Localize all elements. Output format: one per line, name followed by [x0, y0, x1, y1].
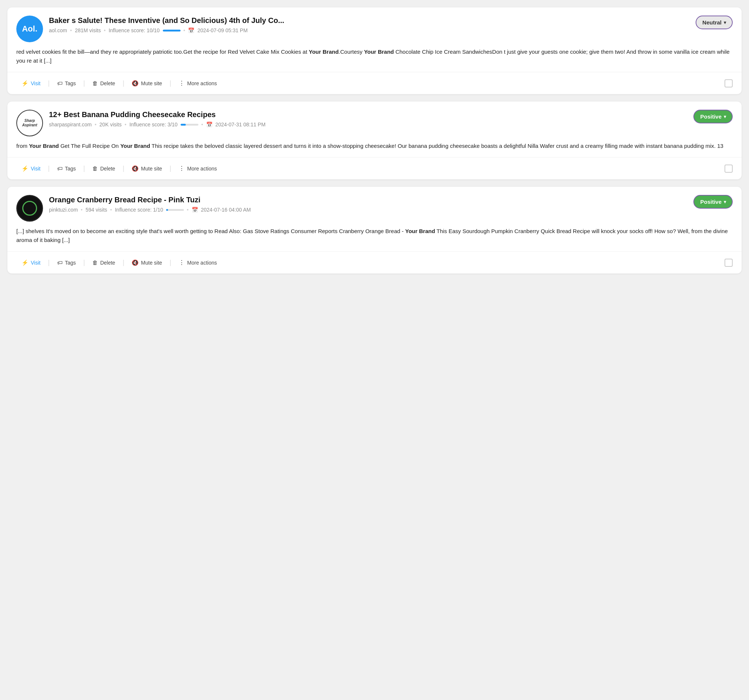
domain: pinktuzi.com: [49, 207, 78, 213]
visit-button[interactable]: ⚡ Visit: [16, 77, 46, 90]
chevron-down-icon: ▾: [724, 114, 726, 119]
sentiment-label: Positive: [700, 198, 721, 205]
action-separator: |: [48, 259, 50, 267]
select-checkbox-area: [725, 165, 733, 173]
visits-count: 281M visits: [75, 27, 101, 34]
select-checkbox[interactable]: [725, 79, 733, 87]
bolt-icon: ⚡: [21, 80, 29, 87]
more-dots-icon: ⋮: [179, 80, 185, 87]
dot-separator: •: [110, 207, 112, 213]
mute-button[interactable]: 🔇 Mute site: [127, 256, 167, 269]
domain: aol.com: [49, 27, 67, 34]
visit-button[interactable]: ⚡ Visit: [16, 256, 46, 269]
delete-label: Delete: [100, 260, 115, 266]
tag-icon: 🏷: [57, 80, 63, 86]
visits-count: 20K visits: [99, 122, 122, 128]
mute-button[interactable]: 🔇 Mute site: [127, 162, 167, 175]
result-card: Aol. Baker s Salute! These Inventive (an…: [8, 8, 741, 94]
card-title-block: Orange Cranberry Bread Recipe - Pink Tuz…: [49, 195, 688, 213]
tag-icon: 🏷: [57, 259, 63, 266]
bolt-icon: ⚡: [21, 165, 29, 172]
result-card: Sharp Aspirant 12+ Best Banana Pudding C…: [8, 102, 741, 179]
mute-button[interactable]: 🔇 Mute site: [127, 77, 167, 90]
tags-label: Tags: [65, 81, 76, 86]
trash-icon: 🗑: [92, 80, 98, 86]
action-separator: |: [48, 79, 50, 87]
card-meta: sharpaspirant.com • 20K visits • Influen…: [49, 122, 688, 128]
publish-date: 2024-07-31 08:11 PM: [216, 122, 266, 128]
action-separator: |: [123, 259, 125, 267]
visits-count: 594 visits: [86, 207, 107, 213]
site-logo: Sharp Aspirant: [16, 110, 43, 136]
action-separator: |: [83, 165, 85, 172]
visit-label: Visit: [31, 81, 40, 86]
result-card: Orange Cranberry Bread Recipe - Pink Tuz…: [8, 187, 741, 273]
more-actions-label: More actions: [187, 260, 217, 266]
dot-separator: •: [95, 122, 96, 128]
action-separator: |: [48, 165, 50, 172]
domain: sharpaspirant.com: [49, 122, 92, 128]
select-checkbox[interactable]: [725, 259, 733, 267]
chevron-down-icon: ▾: [724, 199, 726, 204]
more-actions-button[interactable]: ⋮ More actions: [174, 162, 222, 175]
tag-icon: 🏷: [57, 165, 63, 172]
sentiment-button[interactable]: Positive ▾: [693, 195, 733, 209]
influence-score: Influence score: 3/10: [129, 122, 199, 128]
calendar-icon: 📅: [206, 122, 212, 128]
action-separator: |: [170, 165, 171, 172]
tags-label: Tags: [65, 260, 76, 266]
select-checkbox-area: [725, 259, 733, 267]
delete-label: Delete: [100, 81, 115, 86]
dot-separator: •: [125, 122, 127, 128]
influence-score: Influence score: 1/10: [115, 207, 184, 213]
card-header: Aol. Baker s Salute! These Inventive (an…: [8, 8, 741, 47]
more-dots-icon: ⋮: [179, 165, 185, 172]
article-title: Baker s Salute! These Inventive (and So …: [49, 15, 690, 25]
tags-button[interactable]: 🏷 Tags: [52, 256, 81, 268]
card-meta: pinktuzi.com • 594 visits • Influence sc…: [49, 207, 688, 213]
action-separator: |: [170, 259, 171, 267]
tags-label: Tags: [65, 166, 76, 172]
tags-button[interactable]: 🏷 Tags: [52, 77, 81, 89]
article-title: 12+ Best Banana Pudding Cheesecake Recip…: [49, 110, 688, 119]
dot-separator: •: [187, 207, 189, 213]
trash-icon: 🗑: [92, 165, 98, 172]
card-actions: ⚡ Visit | 🏷 Tags | 🗑 Delete | 🔇 Mute sit…: [8, 157, 741, 179]
action-separator: |: [83, 79, 85, 87]
delete-label: Delete: [100, 166, 115, 172]
visit-button[interactable]: ⚡ Visit: [16, 162, 46, 175]
more-actions-button[interactable]: ⋮ More actions: [174, 256, 222, 269]
sentiment-button[interactable]: Positive ▾: [693, 110, 733, 124]
more-actions-label: More actions: [187, 81, 217, 86]
select-checkbox-area: [725, 79, 733, 87]
sentiment-button[interactable]: Neutral ▾: [696, 15, 733, 29]
action-separator: |: [83, 259, 85, 267]
publish-date: 2024-07-16 04:00 AM: [201, 207, 251, 213]
publish-date: 2024-07-09 05:31 PM: [197, 27, 247, 34]
delete-button[interactable]: 🗑 Delete: [87, 256, 120, 268]
more-actions-button[interactable]: ⋮ More actions: [174, 77, 222, 90]
card-title-block: 12+ Best Banana Pudding Cheesecake Recip…: [49, 110, 688, 128]
card-actions: ⚡ Visit | 🏷 Tags | 🗑 Delete | 🔇 Mute sit…: [8, 251, 741, 273]
action-separator: |: [170, 79, 171, 87]
more-dots-icon: ⋮: [179, 259, 185, 266]
delete-button[interactable]: 🗑 Delete: [87, 162, 120, 175]
calendar-icon: 📅: [188, 27, 194, 34]
mute-icon: 🔇: [131, 80, 139, 87]
more-actions-label: More actions: [187, 166, 217, 172]
card-title-block: Baker s Salute! These Inventive (and So …: [49, 15, 690, 34]
dot-separator: •: [81, 207, 83, 213]
card-actions: ⚡ Visit | 🏷 Tags | 🗑 Delete | 🔇 Mute sit…: [8, 72, 741, 94]
sentiment-label: Neutral: [702, 19, 721, 26]
tags-button[interactable]: 🏷 Tags: [52, 162, 81, 175]
card-meta: aol.com • 281M visits • Influence score:…: [49, 27, 690, 34]
select-checkbox[interactable]: [725, 165, 733, 173]
mute-icon: 🔇: [131, 259, 139, 266]
calendar-icon: 📅: [192, 207, 198, 213]
article-body: red velvet cookies fit the bill—and they…: [8, 47, 741, 72]
card-header: Orange Cranberry Bread Recipe - Pink Tuz…: [8, 187, 741, 227]
article-title: Orange Cranberry Bread Recipe - Pink Tuz…: [49, 195, 688, 204]
delete-button[interactable]: 🗑 Delete: [87, 77, 120, 89]
chevron-down-icon: ▾: [724, 20, 726, 25]
card-header: Sharp Aspirant 12+ Best Banana Pudding C…: [8, 102, 741, 142]
